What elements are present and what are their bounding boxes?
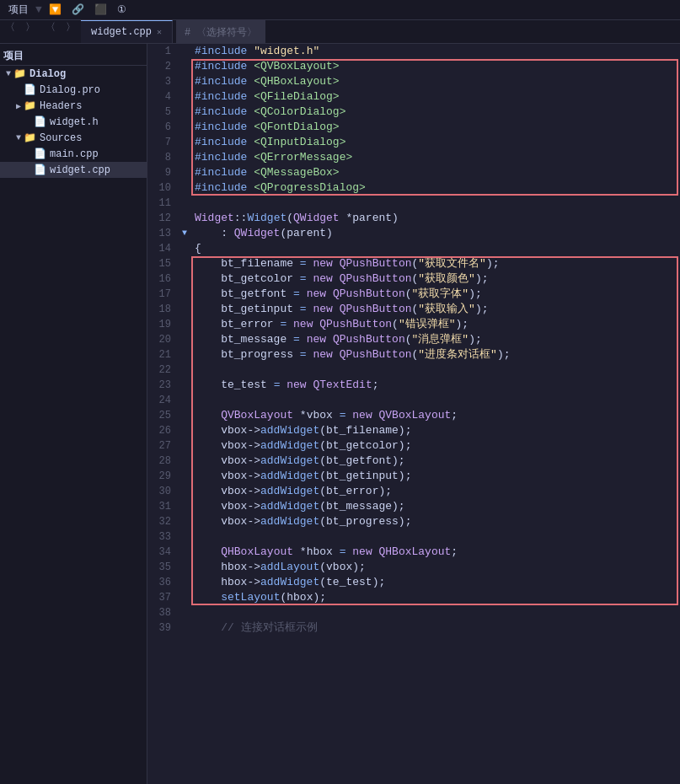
nav-next[interactable]: 〉 [20,20,40,43]
main-area: 项目 ▼ 📁 Dialog 📄 Dialog.pro ▶ 📁 Headers 📄… [0,44,680,784]
code-line-1: 1 #include "widget.h" [147,44,680,59]
code-line-38: 38 [147,605,680,620]
tree-label-widget-cpp: widget.cpp [50,164,110,176]
tree-arrow-sources: ▼ [13,133,24,142]
symbol-selector[interactable]: # 〈选择符号〉 [176,20,265,44]
sidebar: 项目 ▼ 📁 Dialog 📄 Dialog.pro ▶ 📁 Headers 📄… [0,44,147,784]
code-line-37: 37 setLayout(hbox); [147,590,680,605]
folder-icon-sources: 📁 [24,132,36,144]
code-line-13: 13 ▼ : QWidget(parent) [147,226,680,241]
tree-arrow-dialog-pro [13,85,24,94]
tree-arrow-main-cpp [24,149,34,158]
tree-item-headers[interactable]: ▶ 📁 Headers [0,98,147,114]
code-line-12: 12 Widget::Widget(QWidget *parent) [147,211,680,226]
code-line-16: 16 bt_getcolor = new QPushButton("获取颜色")… [147,271,680,287]
toolbar-expand[interactable]: ⬛ [89,3,112,16]
tree-label-main-cpp: main.cpp [50,148,99,160]
cpp-icon-main: 📄 [34,148,46,160]
toolbar-num[interactable]: ① [112,3,131,16]
code-lines: 1 #include "widget.h" 2 #include <QVBoxL… [147,44,680,636]
code-line-2: 2 #include <QVBoxLayout> [147,59,680,74]
sidebar-header: 项目 [0,47,147,66]
code-line-7: 7 #include <QInputDialog> [147,135,680,150]
toolbar: 项目 ▼ 🔽 🔗 ⬛ ① [0,0,680,20]
tab-close-icon[interactable]: ✕ [157,27,162,37]
sidebar-title: 项目 [3,49,24,63]
tree-item-sources[interactable]: ▼ 📁 Sources [0,130,147,146]
toolbar-project[interactable]: 项目 [3,3,34,17]
code-line-21: 21 bt_progress = new QPushButton("进度条对话框… [147,347,680,362]
tree-arrow-widget-cpp [24,165,34,175]
tree-label-headers: Headers [40,100,82,112]
code-line-25: 25 QVBoxLayout *vbox = new QVBoxLayout; [147,408,680,423]
code-line-22: 22 [147,362,680,378]
code-line-10: 10 #include <QProgressDialog> [147,180,680,196]
code-line-34: 34 QHBoxLayout *hbox = new QHBoxLayout; [147,545,680,560]
code-line-26: 26 vbox->addWidget(bt_filename); [147,423,680,438]
code-line-29: 29 vbox->addWidget(bt_getinput); [147,469,680,484]
nav-next2[interactable]: 〉 [61,20,81,43]
toolbar-link[interactable]: 🔗 [67,3,89,16]
tree-label-sources: Sources [40,132,82,144]
code-line-24: 24 [147,393,680,408]
pro-icon: 📄 [24,83,36,96]
code-line-3: 3 #include <QHBoxLayout> [147,74,680,89]
code-line-5: 5 #include <QColorDialog> [147,105,680,120]
folder-icon-dialog: 📁 [13,67,26,80]
code-line-27: 27 vbox->addWidget(bt_getcolor); [147,438,680,454]
tab-label: widget.cpp [91,26,152,38]
tree-label-dialog-pro: Dialog.pro [40,84,100,96]
code-line-33: 33 [147,529,680,545]
code-wrapper: 1 #include "widget.h" 2 #include <QVBoxL… [147,44,680,636]
code-line-9: 9 #include <QMessageBox> [147,165,680,180]
tab-bar: 〈 〉 〈 〉 widget.cpp ✕ # 〈选择符号〉 [0,20,680,44]
code-line-17: 17 bt_getfont = new QPushButton("获取字体"); [147,287,680,302]
tree-arrow-dialog: ▼ [3,69,13,78]
code-line-28: 28 vbox->addWidget(bt_getfont); [147,454,680,469]
code-line-23: 23 te_test = new QTextEdit; [147,378,680,393]
tree-item-widget-h[interactable]: 📄 widget.h [0,114,147,130]
code-line-30: 30 vbox->addWidget(bt_error); [147,484,680,499]
code-line-32: 32 vbox->addWidget(bt_progress); [147,514,680,529]
tree-label-dialog: Dialog [29,68,66,80]
tree-arrow-widget-h [24,117,34,126]
toolbar-filter[interactable]: 🔽 [44,3,67,16]
code-line-39: 39 // 连接对话框示例 [147,620,680,636]
code-line-35: 35 hbox->addLayout(vbox); [147,560,680,575]
code-line-31: 31 vbox->addWidget(bt_message); [147,499,680,514]
code-line-11: 11 [147,196,680,211]
tree-item-main-cpp[interactable]: 📄 main.cpp [0,146,147,162]
code-line-18: 18 bt_getinput = new QPushButton("获取输入")… [147,302,680,317]
h-icon: 📄 [34,115,46,128]
tree-item-widget-cpp[interactable]: 📄 widget.cpp [0,162,147,178]
code-line-4: 4 #include <QFileDialog> [147,89,680,105]
tree-label-widget-h: widget.h [50,116,99,128]
tree-item-dialog[interactable]: ▼ 📁 Dialog [0,66,147,82]
cpp-icon-widget: 📄 [34,164,46,176]
tab-widget-cpp[interactable]: widget.cpp ✕ [81,20,173,43]
code-line-36: 36 hbox->addWidget(te_test); [147,575,680,590]
code-line-15: 15 bt_filename = new QPushButton("获取文件名"… [147,256,680,271]
code-line-8: 8 #include <QErrorMessage> [147,150,680,165]
nav-prev[interactable]: 〈 [0,20,20,43]
code-line-6: 6 #include <QFontDialog> [147,120,680,135]
symbol-label: # 〈选择符号〉 [185,25,257,40]
code-line-19: 19 bt_error = new QPushButton("错误弹框"); [147,317,680,332]
nav-prev2[interactable]: 〈 [40,20,61,43]
code-line-20: 20 bt_message = new QPushButton("消息弹框"); [147,332,680,347]
tree-arrow-headers: ▶ [13,101,24,111]
folder-icon-headers: 📁 [24,99,36,112]
code-line-14: 14 { [147,241,680,256]
code-editor[interactable]: 1 #include "widget.h" 2 #include <QVBoxL… [147,44,680,784]
tree-item-dialog-pro[interactable]: 📄 Dialog.pro [0,82,147,98]
